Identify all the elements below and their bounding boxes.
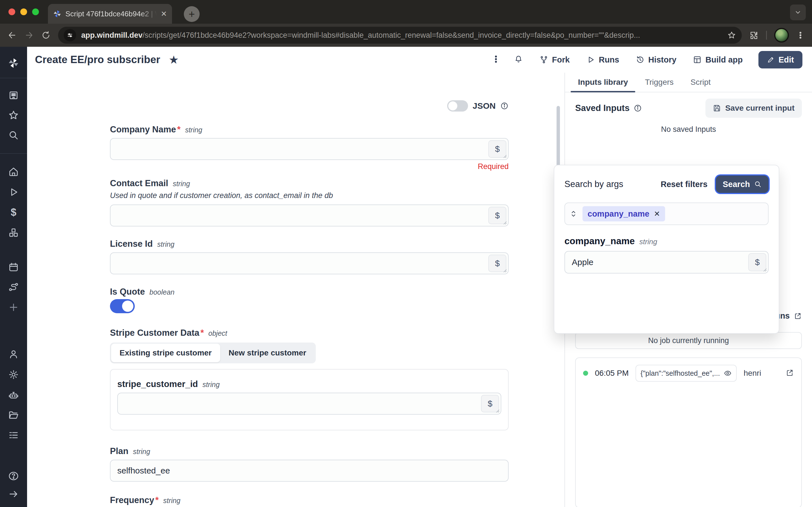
workspace-building-icon[interactable] [8,90,19,101]
resize-handle-icon[interactable] [495,408,500,413]
favorite-star-icon[interactable]: ★ [168,54,179,65]
windmill-logo-icon[interactable] [8,56,19,70]
run-user: henri [744,369,761,378]
is-quote-toggle[interactable] [110,299,135,313]
close-window-button[interactable] [8,8,15,15]
runs-label: Runs [599,55,619,64]
run-row[interactable]: 06:05 PM {"plan":"selfhosted_ee",... hen… [583,365,794,382]
form-scrollbar-thumb[interactable] [557,106,560,171]
user-person-icon[interactable] [8,349,19,360]
args-multiselect[interactable]: company_name ✕ [564,203,769,225]
sidebar-divider [0,78,27,78]
minimize-window-button[interactable] [20,8,27,15]
url-bar[interactable]: app.windmill.dev/scripts/get/476f1bdce46… [58,27,742,44]
site-settings-icon[interactable] [64,29,76,41]
maximize-window-button[interactable] [32,8,39,15]
resources-cubes-icon[interactable] [8,227,19,238]
tab-existing-stripe-customer[interactable]: Existing stripe customer [111,344,220,362]
workers-robot-icon[interactable] [8,390,19,401]
home-icon[interactable] [8,166,19,177]
resize-handle-icon[interactable] [502,220,507,225]
collapse-arrow-icon[interactable] [8,489,19,500]
tab-search-chevron-icon[interactable] [790,4,806,20]
build-app-button[interactable]: Build app [693,55,743,64]
field-label: Company Name [110,124,176,135]
browser-menu-kebab-icon[interactable] [796,31,805,40]
flows-route-icon[interactable] [8,281,19,293]
search-icon[interactable] [8,129,19,141]
folders-folder-icon[interactable] [8,409,19,420]
notifications-bell-icon[interactable] [514,54,523,65]
field-type: string [202,381,220,389]
arg-chip-company-name[interactable]: company_name ✕ [582,206,665,221]
tab-inputs-library[interactable]: Inputs library [571,73,635,92]
runs-play-icon[interactable] [8,186,19,198]
tab-script[interactable]: Script [683,73,718,92]
info-icon[interactable] [633,104,642,112]
company-name-input[interactable] [110,138,509,160]
popover-title: Search by args [564,179,623,189]
back-icon[interactable] [7,31,17,40]
tab-new-stripe-customer[interactable]: New stripe customer [220,344,315,362]
save-current-input-button[interactable]: Save current input [705,99,802,118]
history-button[interactable]: History [636,55,676,64]
settings-gear-icon[interactable] [8,369,19,380]
add-plus-icon[interactable] [8,302,19,313]
field-contact-email: Contact Email string Used in quote and i… [110,178,509,226]
windmill-favicon-icon [53,10,61,18]
popover-field-label: company_name [564,236,635,246]
resize-handle-icon[interactable] [502,268,507,273]
field-stripe-customer-data: Stripe Customer Data* object Existing st… [110,328,509,431]
field-type: string [185,126,202,134]
url-path: /scripts/get/476f1bdce46b94e2?workspace=… [143,31,640,40]
company-name-filter-input[interactable] [564,251,769,274]
logs-list-icon[interactable] [8,430,19,441]
build-app-grid-icon [693,55,702,64]
url-host: app.windmill.dev [81,31,143,40]
more-kebab-icon[interactable] [492,54,500,65]
open-run-button[interactable] [785,369,794,378]
new-tab-button[interactable]: + [184,6,200,22]
info-icon[interactable] [500,102,509,110]
forward-icon[interactable] [24,31,34,40]
edit-button[interactable]: Edit [758,51,802,68]
license-id-input[interactable] [110,252,509,274]
tab-close-icon[interactable]: ✕ [161,10,167,17]
stripe-customer-id-input[interactable] [117,393,501,414]
browser-tab[interactable]: Script 476f1bdce46b94e2 | W ✕ [48,4,172,24]
external-link-icon [794,312,802,320]
main-area: Create EE/pro subscriber ★ Fork Runs His… [27,47,812,507]
edit-label: Edit [778,55,794,64]
bookmark-star-icon[interactable] [727,31,736,40]
resize-handle-icon[interactable] [762,267,767,272]
profile-avatar[interactable] [774,28,789,43]
field-type: object [208,329,227,337]
search-button[interactable]: Search [716,175,769,193]
fork-button[interactable]: Fork [539,55,570,64]
chip-remove-icon[interactable]: ✕ [654,210,660,218]
pencil-icon [767,56,774,64]
no-saved-inputs-text: No saved Inputs [575,125,802,134]
tab-triggers[interactable]: Triggers [638,73,681,92]
reload-icon[interactable] [41,31,51,40]
required-error: Required [110,162,509,171]
resize-handle-icon[interactable] [502,154,507,159]
plan-input[interactable] [110,460,509,482]
stripe-customer-tabs: Existing stripe customer New stripe cust… [110,342,316,363]
run-args-chip[interactable]: {"plan":"selfhosted_ee",... [636,365,737,382]
help-question-icon[interactable] [8,470,19,482]
runs-button[interactable]: Runs [586,55,619,64]
schedules-calendar-icon[interactable] [8,262,19,273]
extensions-puzzle-icon[interactable] [749,31,759,40]
eye-icon[interactable] [724,369,732,377]
updown-chevrons-icon[interactable] [569,209,577,219]
history-clock-icon [636,55,645,64]
browser-toolbar: app.windmill.dev/scripts/get/476f1bdce46… [0,24,812,47]
favorites-star-icon[interactable] [8,110,19,121]
contact-email-input[interactable] [110,205,509,226]
reset-filters-button[interactable]: Reset filters [661,180,707,189]
tab-strip: Script 476f1bdce46b94e2 | W ✕ + [0,0,812,24]
json-toggle[interactable] [447,100,468,112]
run-history-card: 06:05 PM {"plan":"selfhosted_ee",... hen… [575,357,802,507]
billing-dollar-icon[interactable]: $ [8,207,19,218]
